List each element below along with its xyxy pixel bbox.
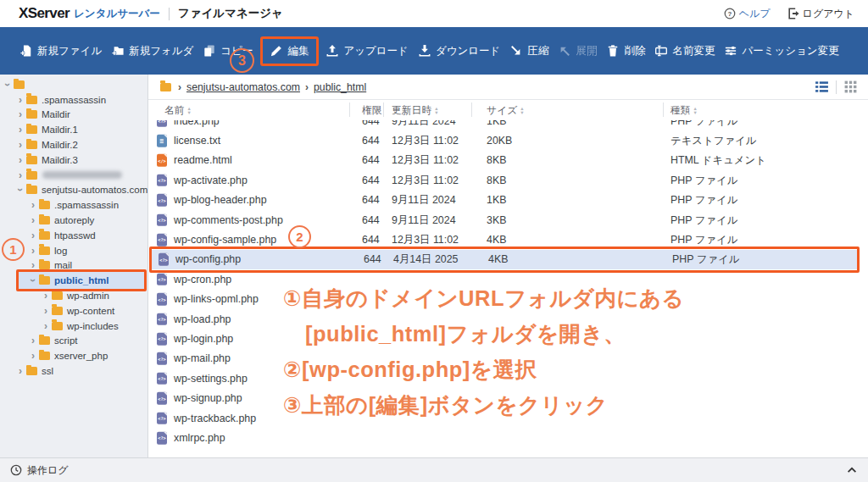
tree-item-script[interactable]: ›script — [0, 334, 147, 349]
tree-item-redacted[interactable]: › — [0, 168, 147, 183]
permission-button[interactable]: パーミッション変更 — [725, 44, 838, 58]
rename-icon — [655, 45, 667, 57]
new-folder-button[interactable]: 新規フォルダ — [112, 44, 193, 58]
copy-icon — [203, 45, 215, 57]
chevron-right-icon[interactable]: › — [29, 246, 37, 256]
file-row-wp-comments-post.php[interactable]: <?>wp-comments-post.php6449月11日 20243KBP… — [148, 210, 868, 230]
chevron-right-icon[interactable]: › — [29, 200, 37, 210]
tree-item-wp-admin[interactable]: ›wp-admin — [0, 288, 147, 303]
file-kind: PHP ファイル — [672, 252, 739, 267]
tree-item-senjutsu-automatos.com[interactable]: ›senjutsu-automatos.com — [0, 183, 147, 198]
file-name: wp-comments-post.php — [174, 214, 283, 226]
grid-view-icon[interactable] — [843, 80, 858, 94]
help-label: ヘルプ — [739, 7, 771, 21]
upload-button[interactable]: アップロード — [326, 44, 408, 58]
sort-carets-icon: ▴▾ — [520, 107, 523, 114]
logout-link[interactable]: ログアウト — [787, 7, 854, 21]
column-header-4[interactable]: 種類▴▾ — [670, 104, 697, 118]
chevron-right-icon[interactable]: › — [16, 155, 25, 165]
compress-button[interactable]: 圧縮 — [510, 44, 548, 58]
tree-item-wp-content[interactable]: ›wp-content — [0, 303, 147, 319]
file-row-wp-login.php[interactable]: <?>wp-login.php — [148, 329, 868, 348]
chevron-right-icon[interactable]: › — [16, 140, 25, 150]
chevron-right-icon[interactable]: › — [29, 260, 37, 270]
chevron-right-icon[interactable]: › — [29, 230, 37, 241]
edit-button[interactable]: 編集 — [260, 36, 319, 66]
tree-item-label: public_html — [54, 275, 109, 285]
tree-item-.spamassassin[interactable]: ›.spamassassin — [0, 197, 147, 213]
file-size: 8KB — [487, 175, 506, 186]
column-separator — [471, 102, 472, 117]
file-row-wp-mail.php[interactable]: <?>wp-mail.php — [148, 349, 868, 368]
file-row-wp-links-opml.php[interactable]: <?>wp-links-opml.php — [148, 290, 868, 309]
chevron-right-icon[interactable]: › — [16, 109, 25, 119]
copy-button[interactable]: コピー — [203, 44, 253, 58]
php-file-icon: <?> — [157, 333, 167, 346]
file-row-wp-cron.php[interactable]: <?>wp-cron.php — [148, 269, 868, 289]
column-header-0[interactable]: 名前▴▾ — [164, 104, 191, 118]
permission-icon — [725, 45, 737, 57]
tree-item-.spamassassin[interactable]: ›.spamassassin — [0, 92, 147, 108]
file-permission: 644 — [362, 135, 380, 147]
file-manager-app: XServer レンタルサーバー ファイルマネージャ ? ヘルプ ログアウト 新… — [0, 0, 868, 482]
file-row-wp-config-sample.php[interactable]: <?>wp-config-sample.php64412月3日 11:024KB… — [148, 230, 868, 249]
chevron-right-icon[interactable]: › — [42, 321, 50, 331]
file-row-license.txt[interactable]: ≡license.txt64412月3日 11:0220KBテキストファイル — [148, 130, 868, 150]
file-row-wp-config.php[interactable]: <?>wp-config.php6444月14日 20254KBPHP ファイル — [150, 250, 858, 269]
file-kind: PHP ファイル — [670, 173, 737, 187]
folder-icon — [26, 156, 37, 164]
tree-item-Maildir.1[interactable]: ›Maildir.1 — [0, 122, 147, 137]
breadcrumb-folder-link[interactable]: public_html — [314, 81, 366, 93]
tree-item-Maildir.3[interactable]: ›Maildir.3 — [0, 152, 147, 168]
tree-item-root[interactable]: › — [0, 77, 147, 92]
tree-item-Maildir.2[interactable]: ›Maildir.2 — [0, 137, 147, 152]
sort-carets-icon: ▴▾ — [188, 107, 191, 114]
tree-item-xserver_php[interactable]: ›xserver_php — [0, 348, 147, 363]
breadcrumb-domain-link[interactable]: senjutsu-automatos.com — [186, 81, 300, 93]
download-button[interactable]: ダウンロード — [419, 44, 500, 58]
tree-item-log[interactable]: ›log — [0, 243, 147, 258]
file-row-wp-trackback.php[interactable]: <?>wp-trackback.php — [148, 408, 868, 428]
chevron-down-icon[interactable]: › — [3, 80, 13, 89]
new-file-button[interactable]: 新規ファイル — [20, 44, 102, 58]
tree-item-Maildir[interactable]: ›Maildir — [0, 108, 147, 123]
file-row-wp-settings.php[interactable]: <?>wp-settings.php — [148, 368, 868, 388]
file-name: wp-activate.php — [174, 175, 248, 186]
file-size: 1KB — [487, 194, 506, 206]
chevron-right-icon[interactable]: › — [42, 306, 50, 316]
file-row-xmlrpc.php[interactable]: <?>xmlrpc.php — [148, 428, 868, 447]
column-header-3[interactable]: サイズ▴▾ — [487, 104, 524, 118]
chevron-right-icon[interactable]: › — [29, 215, 37, 225]
chevron-up-icon[interactable] — [846, 464, 858, 476]
chevron-right-icon[interactable]: › — [16, 95, 25, 105]
list-view-icon[interactable] — [815, 80, 829, 94]
delete-button[interactable]: 削除 — [607, 44, 645, 58]
file-list-panel: › senjutsu-automatos.com › public_html <… — [148, 75, 868, 457]
file-row-wp-load.php[interactable]: <?>wp-load.php — [148, 309, 868, 329]
file-row-wp-signup.php[interactable]: <?>wp-signup.php — [148, 389, 868, 408]
tree-item-public_html[interactable]: ›public_html — [0, 273, 147, 288]
folder-tree-sidebar: ››.spamassassin›Maildir›Maildir.1›Maildi… — [0, 75, 148, 457]
tree-item-wp-includes[interactable]: ›wp-includes — [0, 319, 147, 334]
chevron-right-icon[interactable]: › — [16, 366, 25, 376]
html-file-icon: </> — [157, 154, 167, 167]
brand: XServer レンタルサーバー ファイルマネージャ — [19, 5, 283, 22]
chevron-right-icon[interactable]: › — [16, 170, 25, 180]
chevron-right-icon[interactable]: › — [16, 125, 25, 135]
chevron-down-icon[interactable]: › — [15, 186, 25, 194]
file-row-wp-blog-header.php[interactable]: <?>wp-blog-header.php6449月11日 20241KBPHP… — [148, 191, 868, 210]
chevron-down-icon[interactable]: › — [28, 276, 38, 285]
tree-item-ssl[interactable]: ›ssl — [0, 363, 147, 379]
chevron-right-icon[interactable]: › — [42, 291, 50, 301]
tree-item-htpasswd[interactable]: ›htpasswd — [0, 228, 147, 243]
tree-item-autoreply[interactable]: ›autoreply — [0, 213, 147, 228]
file-row-wp-activate.php[interactable]: <?>wp-activate.php64412月3日 11:028KBPHP フ… — [148, 170, 868, 190]
file-row-readme.html[interactable]: </>readme.html64412月3日 11:028KBHTML ドキュメ… — [148, 151, 868, 170]
chevron-right-icon[interactable]: › — [29, 351, 37, 361]
rename-button[interactable]: 名前変更 — [655, 44, 715, 58]
file-name: wp-trackback.php — [174, 413, 256, 424]
help-link[interactable]: ? ヘルプ — [724, 7, 771, 21]
toolbar-button-label: 新規フォルダ — [129, 44, 193, 58]
chevron-right-icon[interactable]: › — [29, 335, 37, 346]
column-header-2[interactable]: 更新日時▴▾ — [392, 104, 437, 118]
